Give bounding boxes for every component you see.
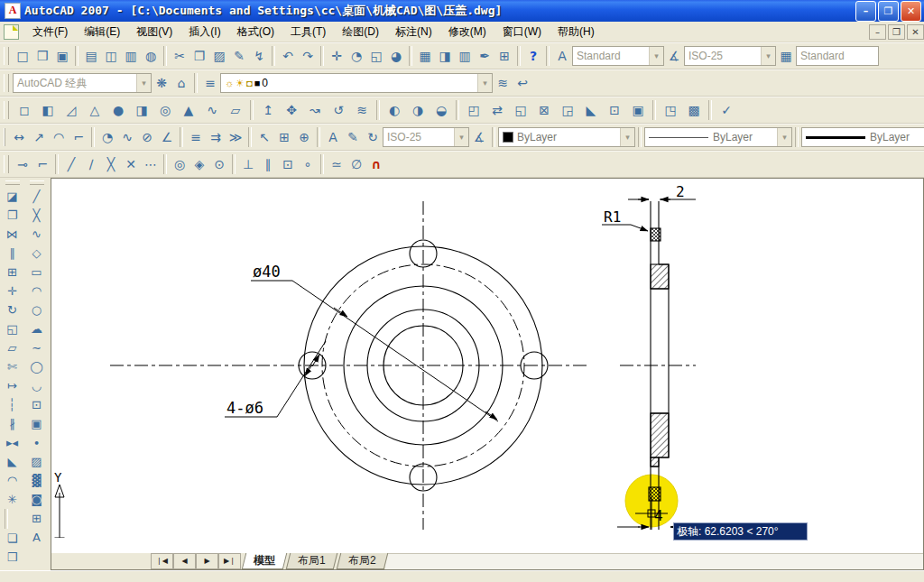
menu-dimension[interactable]: 标注(N) <box>387 24 440 40</box>
arc-length-dimension-button[interactable]: ◠ <box>49 127 69 147</box>
subtract-button[interactable]: ◑ <box>406 100 430 120</box>
menu-help[interactable]: 帮助(H) <box>550 24 603 40</box>
polygon-button[interactable]: ◇ <box>26 244 48 263</box>
gradient-button[interactable]: ▓ <box>26 471 48 490</box>
redo-button[interactable]: ↷ <box>298 46 318 66</box>
linetype-control-combo[interactable]: ByLayer▾ <box>644 127 792 147</box>
snap-from-button[interactable]: ⌐ <box>32 154 52 174</box>
layer-properties-manager-icon[interactable]: ≡ <box>200 73 220 93</box>
revolve-button[interactable]: ↺ <box>327 100 350 120</box>
box-button[interactable]: ◧ <box>36 100 60 120</box>
save-button[interactable]: ▣ <box>52 46 72 66</box>
delete-faces-button[interactable]: ⊠ <box>532 100 556 120</box>
draw-order-front-button[interactable]: ❏ <box>2 529 23 548</box>
dim-style-manager-icon[interactable]: ∡ <box>469 127 489 147</box>
move-button[interactable]: ✛ <box>2 282 23 300</box>
extend-button[interactable]: ↦ <box>2 376 23 395</box>
cut-button[interactable]: ✂ <box>170 46 189 66</box>
properties-button[interactable]: ▦ <box>415 46 435 66</box>
interference-check-button[interactable]: ✓ <box>715 100 738 120</box>
offset-button[interactable]: ∥ <box>2 244 23 263</box>
prev-tab-button[interactable]: ◀ <box>173 553 196 569</box>
angular-dimension-button[interactable]: ∠ <box>157 127 177 147</box>
color-control-combo[interactable]: ByLayer▾ <box>498 127 635 147</box>
snap-none-button[interactable]: ∅ <box>346 154 366 174</box>
first-tab-button[interactable]: ❘◀ <box>151 553 173 569</box>
multiline-text-button[interactable]: A <box>26 528 48 547</box>
menu-modify[interactable]: 修改(M) <box>440 24 494 40</box>
new-button[interactable]: □ <box>13 46 32 66</box>
temporary-track-point-button[interactable]: ⊸ <box>13 154 32 174</box>
dim-style-combo[interactable]: ISO-25▾ <box>684 46 776 66</box>
restore-button[interactable]: ❐ <box>878 1 899 22</box>
drawing-canvas[interactable]: ø40 4-ø6 <box>51 178 924 570</box>
publish-button[interactable]: ▥ <box>121 46 141 66</box>
text-style-combo[interactable]: Standard▾ <box>572 46 664 66</box>
dimension-style-combo[interactable]: ISO-25▾ <box>383 127 469 147</box>
cad-drawing[interactable]: ø40 4-ø6 <box>51 179 921 538</box>
close-button[interactable]: ✕ <box>901 1 921 22</box>
helix-button[interactable]: ∿ <box>200 100 224 120</box>
make-block-button[interactable]: ▣ <box>26 414 48 433</box>
snap-parallel-button[interactable]: ∥ <box>258 154 278 174</box>
menu-tools[interactable]: 工具(T) <box>282 24 334 40</box>
menu-draw[interactable]: 绘图(D) <box>334 24 387 40</box>
snap-extension-button[interactable]: ⋯ <box>141 154 161 174</box>
menu-file[interactable]: 文件(F) <box>24 24 76 40</box>
tool-palettes-button[interactable]: ▥ <box>455 46 475 66</box>
taper-faces-button[interactable]: ◣ <box>579 100 603 120</box>
move-faces-button[interactable]: ⇄ <box>485 100 509 120</box>
center-mark-button[interactable]: ⊕ <box>294 127 314 147</box>
mdi-minimize-button[interactable]: – <box>869 24 886 40</box>
pyramid-button[interactable]: ▲ <box>177 100 200 120</box>
trim-button[interactable]: ✄ <box>2 357 23 376</box>
zoom-realtime-button[interactable]: ◔ <box>346 46 366 66</box>
imprint-button[interactable]: ◳ <box>659 100 682 120</box>
layer-lock-icon[interactable]: ◘ <box>246 78 253 88</box>
rotate-button[interactable]: ↻ <box>2 300 23 319</box>
ellipse-button[interactable]: ◯ <box>26 357 48 376</box>
dimension-text-edit-button[interactable]: ✎ <box>343 127 363 147</box>
table-style-icon[interactable]: ▦ <box>776 46 796 66</box>
workspace-combo[interactable]: AutoCAD 经典▾ <box>13 73 152 93</box>
revision-cloud-button[interactable]: ☁ <box>26 319 48 338</box>
ordinate-dimension-button[interactable]: ⌐ <box>69 127 88 147</box>
toolbar-grip[interactable] <box>4 155 9 173</box>
lineweight-control-combo[interactable]: ByLayer▾ <box>801 127 924 147</box>
drawing-file-icon[interactable] <box>4 24 19 40</box>
spline-button[interactable]: ∼ <box>26 338 48 357</box>
point-button[interactable]: ∙ <box>26 433 48 452</box>
menu-edit[interactable]: 编辑(E) <box>76 24 128 40</box>
toolbar-grip[interactable] <box>4 47 9 65</box>
mdi-restore-button[interactable]: ❐ <box>888 24 905 40</box>
snap-tangent-button[interactable]: ⊙ <box>209 154 229 174</box>
menu-insert[interactable]: 插入(I) <box>180 24 228 40</box>
tab-layout1[interactable]: 布局1 <box>286 553 337 569</box>
sphere-button[interactable]: ● <box>106 100 130 120</box>
help-button[interactable]: ? <box>523 46 543 66</box>
snap-endpoint-button[interactable]: ╱ <box>61 154 81 174</box>
toolbar-grip[interactable] <box>4 101 9 119</box>
erase-button[interactable]: ◪ <box>2 187 23 206</box>
copy-clip-button[interactable]: ❐ <box>189 46 209 66</box>
make-object-layer-current-button[interactable]: ≋ <box>493 73 513 93</box>
snap-center-button[interactable]: ◎ <box>170 154 189 174</box>
undo-button[interactable]: ↶ <box>278 46 298 66</box>
quick-leader-button[interactable]: ↖ <box>254 127 274 147</box>
dim-style-icon[interactable]: ∡ <box>664 46 684 66</box>
toolbar-grip[interactable] <box>5 180 20 185</box>
layer-combo[interactable]: ☼ ☀ ◘ ■ 0 ▾ <box>220 73 493 93</box>
next-tab-button[interactable]: ▶ <box>196 553 218 569</box>
markup-set-manager-button[interactable]: ✒ <box>475 46 494 66</box>
text-style-icon[interactable]: A <box>552 46 572 66</box>
extrude-button[interactable]: ↥ <box>256 100 280 120</box>
quickcalc-button[interactable]: ⊞ <box>494 46 514 66</box>
last-tab-button[interactable]: ▶❘ <box>218 553 241 569</box>
dimension-update-button[interactable]: ↻ <box>363 127 383 147</box>
union-button[interactable]: ◐ <box>383 100 406 120</box>
snap-insert-button[interactable]: ⊡ <box>278 154 298 174</box>
jogged-dimension-button[interactable]: ∿ <box>117 127 137 147</box>
snap-midpoint-button[interactable]: ∕ <box>81 154 101 174</box>
diameter-dimension-button[interactable]: ⊘ <box>137 127 157 147</box>
pan-realtime-button[interactable]: ✛ <box>327 46 346 66</box>
